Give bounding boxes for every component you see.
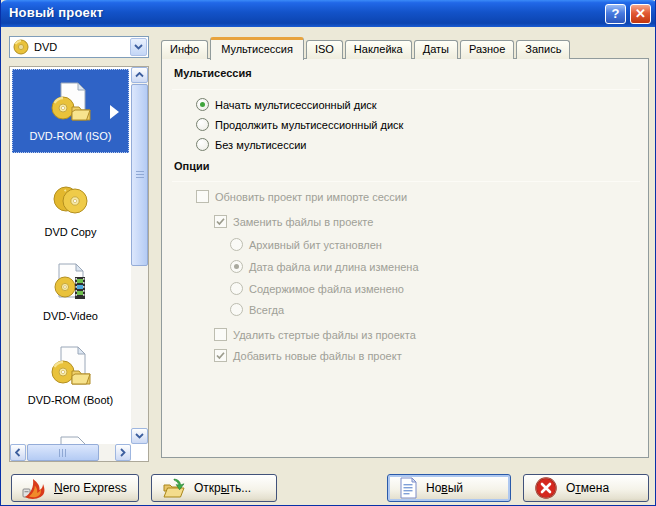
checkbox-icon: [196, 190, 209, 203]
open-folder-icon: [162, 477, 186, 499]
chevron-left-icon: [15, 448, 21, 457]
horizontal-scrollbar[interactable]: [10, 444, 131, 461]
titlebar[interactable]: Новый проект ? ✕: [0, 0, 656, 27]
selected-item-arrow-icon: [110, 105, 119, 119]
checkbox-update-project: Обновить проект при импорте сессии: [196, 189, 407, 204]
checkbox-checked-icon: [214, 215, 227, 228]
radio-archive-bit: Архивный бит установлен: [230, 237, 382, 252]
list-viewport: DVD-ROM (ISO) DVD Copy: [10, 67, 131, 444]
close-button[interactable]: ✕: [630, 4, 651, 24]
scroll-left-button[interactable]: [10, 444, 26, 461]
scroll-right-button[interactable]: [115, 444, 131, 461]
dvd-video-icon: [48, 261, 94, 307]
tab-info[interactable]: Инфо: [161, 40, 208, 59]
button-label: Отмена: [566, 481, 609, 495]
dvd-iso-icon: [48, 81, 94, 127]
window-title: Новый проект: [9, 5, 103, 20]
chevron-up-icon: [135, 72, 144, 78]
tab-iso[interactable]: ISO: [306, 40, 343, 59]
list-item-dvd-copy[interactable]: DVD Copy: [12, 171, 129, 251]
list-item-label: DVD Copy: [12, 226, 129, 238]
checkbox-label: Обновить проект при импорте сессии: [215, 191, 407, 203]
button-label: Nero Express: [54, 481, 127, 495]
radio-label: Всегда: [249, 304, 284, 316]
vertical-scrollbar[interactable]: [131, 67, 148, 444]
radio-icon: [196, 118, 209, 131]
radio-label: Дата файла или длина изменена: [249, 261, 419, 273]
help-button[interactable]: ?: [605, 4, 626, 24]
list-item-dvd-rom-iso[interactable]: DVD-ROM (ISO): [12, 69, 129, 153]
radio-no-multisession[interactable]: Без мультисессии: [196, 137, 307, 152]
tab-misc[interactable]: Разное: [460, 40, 514, 59]
radio-continue-multisession[interactable]: Продолжить мультисессионный диск: [196, 117, 403, 132]
radio-label: Начать мультисессионный диск: [215, 99, 377, 111]
list-item-dvd-rom-boot[interactable]: DVD-ROM (Boot): [12, 339, 129, 419]
dvd-boot-icon: [48, 345, 94, 391]
tab-strip: Инфо Мультисессия ISO Наклейка Даты Разн…: [161, 36, 572, 59]
radio-icon: [230, 238, 243, 251]
radio-content-changed: Содержимое файла изменено: [230, 281, 404, 296]
multisession-panel: Мультисессия Начать мультисессионный дис…: [161, 58, 649, 458]
list-item-dvd-video[interactable]: DVD-Video: [12, 255, 129, 335]
nero-express-button[interactable]: Nero Express: [11, 474, 139, 502]
radio-label: Продолжить мультисессионный диск: [215, 119, 403, 131]
checkbox-label: Заменить файлы в проекте: [233, 216, 373, 228]
new-document-icon: [398, 477, 418, 499]
radio-start-multisession[interactable]: Начать мультисессионный диск: [196, 97, 377, 112]
checkbox-add-new-files: Добавить новые файлы в проект: [214, 348, 402, 363]
cancel-button[interactable]: Отмена: [523, 474, 649, 502]
checkbox-checked-icon: [214, 349, 227, 362]
separator: [172, 181, 640, 182]
radio-icon: [196, 138, 209, 151]
cancel-icon: [534, 476, 558, 500]
radio-date-or-length: Дата файла или длина изменена: [230, 259, 419, 274]
project-type-list: DVD-ROM (ISO) DVD Copy: [9, 66, 149, 462]
disc-type-value: DVD: [34, 41, 130, 53]
radio-label: Без мультисессии: [215, 139, 307, 151]
new-button[interactable]: Новый: [387, 474, 511, 502]
options-group-title: Опции: [174, 160, 210, 172]
radio-always: Всегда: [230, 302, 284, 317]
disc-type-combobox[interactable]: DVD: [9, 36, 149, 58]
combo-dropdown-button[interactable]: [130, 38, 147, 56]
tab-dates[interactable]: Даты: [414, 40, 458, 59]
radio-icon: [230, 303, 243, 316]
list-item-label: DVD-ROM (Boot): [12, 394, 129, 406]
checkbox-icon: [214, 328, 227, 341]
open-button[interactable]: Открыть...: [151, 474, 277, 502]
radio-icon: [230, 282, 243, 295]
scroll-up-button[interactable]: [131, 67, 148, 83]
chevron-down-icon: [135, 433, 144, 439]
new-project-dialog: Новый проект ? ✕ DVD: [0, 0, 656, 506]
tab-burn[interactable]: Запись: [516, 40, 570, 59]
multisession-group-title: Мультисессия: [174, 67, 252, 79]
checkbox-remove-deleted: Удалить стертые файлы из проекта: [214, 327, 416, 342]
nero-flame-icon: [22, 476, 46, 500]
button-label: Новый: [426, 481, 463, 495]
separator: [172, 89, 640, 90]
dvd-copy-icon: [48, 177, 94, 223]
tab-label[interactable]: Наклейка: [345, 40, 412, 59]
list-item-label: DVD-Video: [12, 310, 129, 322]
tab-multisession[interactable]: Мультисессия: [210, 37, 304, 60]
vertical-scroll-thumb[interactable]: [131, 84, 148, 266]
scroll-down-button[interactable]: [131, 428, 148, 444]
checkbox-replace-files: Заменить файлы в проекте: [214, 214, 373, 229]
radio-label: Архивный бит установлен: [249, 239, 382, 251]
chevron-right-icon: [120, 448, 126, 457]
document-icon: [48, 435, 94, 444]
dvd-disc-icon: [13, 39, 29, 55]
horizontal-scroll-thumb[interactable]: [27, 444, 99, 461]
button-label: Открыть...: [194, 481, 251, 495]
radio-label: Содержимое файла изменено: [249, 283, 404, 295]
checkbox-label: Добавить новые файлы в проект: [233, 350, 402, 362]
chevron-down-icon: [134, 44, 143, 50]
checkbox-label: Удалить стертые файлы из проекта: [233, 329, 416, 341]
list-item-partial[interactable]: [12, 435, 129, 444]
radio-checked-icon: [230, 260, 243, 273]
list-item-label: DVD-ROM (ISO): [13, 130, 128, 142]
radio-checked-icon: [196, 98, 209, 111]
